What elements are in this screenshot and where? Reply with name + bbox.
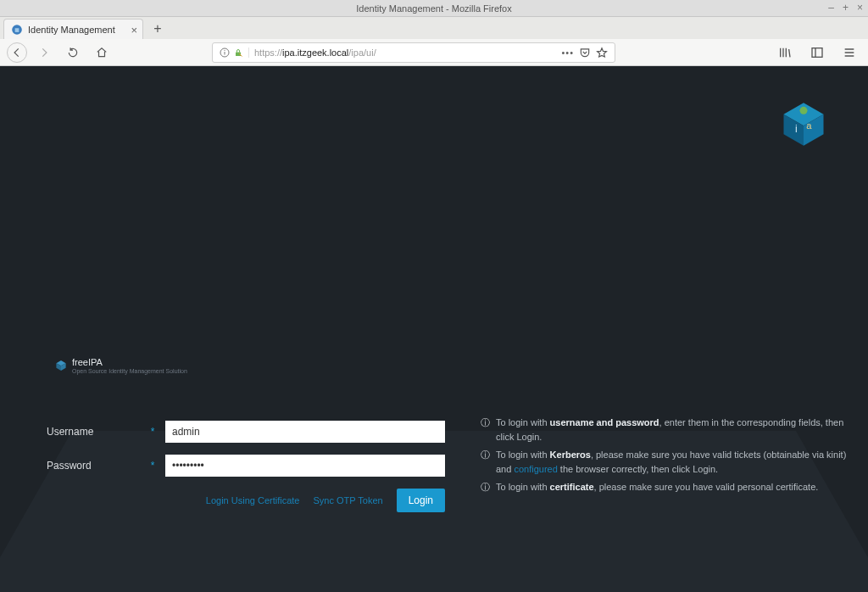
username-input[interactable]	[165, 421, 445, 443]
password-label: Password	[47, 460, 140, 472]
window-minimize-button[interactable]: –	[828, 2, 834, 14]
required-asterisk-icon: *	[148, 426, 157, 438]
lock-warning-icon	[233, 47, 243, 58]
kerberos-config-link[interactable]: configured	[514, 464, 557, 474]
svg-rect-6	[812, 47, 822, 57]
svg-point-13	[800, 107, 808, 114]
svg-rect-4	[225, 50, 225, 51]
brand-name: freeIPA	[72, 357, 187, 367]
pocket-icon[interactable]	[579, 47, 591, 59]
tab-title: Identity Management	[28, 25, 115, 35]
hint-userpass: To login with username and password, ent…	[496, 416, 851, 444]
freeipa-logo-cube-icon: i a	[780, 100, 827, 148]
login-certificate-link[interactable]: Login Using Certificate	[206, 495, 300, 505]
page-content: i a freeIPA Open Source Identity Managem…	[0, 66, 868, 592]
library-button[interactable]	[773, 42, 797, 64]
freeipa-mark-icon	[55, 360, 67, 371]
home-button[interactable]	[90, 42, 114, 64]
window-close-button[interactable]: ×	[857, 2, 863, 14]
svg-text:a: a	[806, 120, 812, 131]
login-button[interactable]: Login	[397, 489, 445, 512]
page-actions-menu[interactable]: •••	[561, 47, 574, 58]
url-bar[interactable]: https://ipa.itzgeek.local/ipa/ui/ •••	[212, 42, 615, 63]
brand-block: freeIPA Open Source Identity Management …	[55, 357, 187, 374]
sync-otp-link[interactable]: Sync OTP Token	[313, 495, 382, 505]
url-text: https://ipa.itzgeek.local/ipa/ui/	[254, 47, 556, 58]
login-hint-block: ⓘ To login with username and password, e…	[479, 416, 851, 498]
site-identity-block[interactable]	[220, 47, 249, 58]
info-icon	[220, 47, 230, 58]
new-tab-button[interactable]: +	[150, 21, 165, 36]
info-icon: ⓘ	[479, 480, 491, 494]
tab-strip: Identity Management × +	[0, 17, 868, 39]
brand-tagline: Open Source Identity Management Solution	[72, 368, 187, 374]
info-icon: ⓘ	[479, 448, 491, 477]
tab-close-button[interactable]: ×	[131, 24, 137, 36]
svg-rect-3	[225, 52, 225, 55]
hint-certificate: To login with certificate, please make s…	[496, 480, 818, 494]
browser-toolbar: https://ipa.itzgeek.local/ipa/ui/ •••	[0, 39, 868, 66]
reload-button[interactable]	[61, 42, 85, 64]
sidebar-button[interactable]	[805, 42, 829, 64]
hamburger-menu-button[interactable]	[837, 42, 861, 64]
back-button[interactable]	[7, 42, 27, 63]
window-title: Identity Management - Mozilla Firefox	[356, 3, 511, 14]
window-maximize-button[interactable]: +	[843, 2, 849, 14]
username-label: Username	[47, 426, 140, 438]
password-input[interactable]	[165, 455, 445, 477]
svg-rect-1	[15, 28, 19, 32]
forward-button[interactable]	[32, 42, 56, 64]
required-asterisk-icon: *	[148, 460, 157, 472]
svg-text:i: i	[795, 123, 798, 135]
login-form: Username * Password * Login Using Certif…	[47, 421, 445, 512]
bookmark-star-icon[interactable]	[596, 47, 608, 59]
window-titlebar: Identity Management - Mozilla Firefox – …	[0, 0, 868, 17]
tab-favicon	[11, 24, 23, 36]
browser-tab[interactable]: Identity Management ×	[3, 19, 143, 39]
info-icon: ⓘ	[479, 416, 491, 444]
hint-kerberos: To login with Kerberos, please make sure…	[496, 448, 851, 477]
